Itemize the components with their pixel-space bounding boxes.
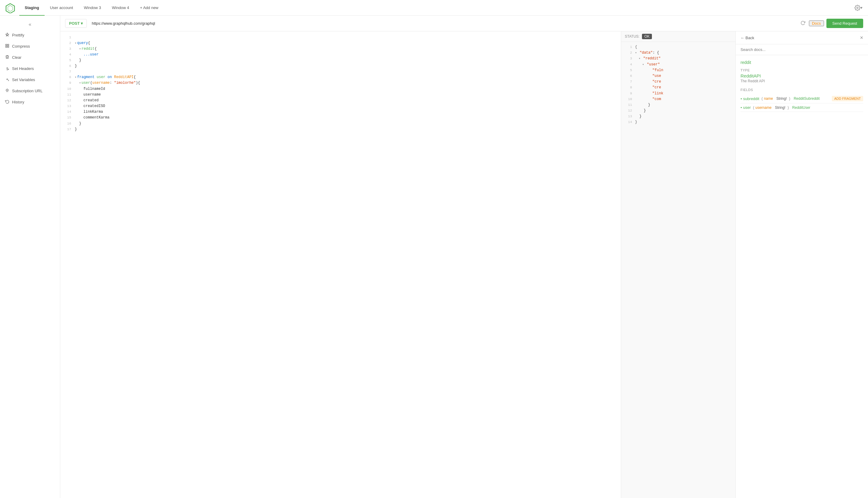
code-line-12: 12 created xyxy=(60,98,621,103)
history-icon xyxy=(5,100,10,105)
collapse-arrow[interactable]: ▾ xyxy=(75,76,77,79)
content-area: POST ▾ Docs Send Request 1 2 xyxy=(60,16,868,498)
docs-back-button[interactable]: ← Back xyxy=(740,36,755,40)
svg-marker-0 xyxy=(6,4,14,13)
sidebar-item-clear-label: Clear xyxy=(12,55,22,60)
docs-type-title[interactable]: RedditAPI xyxy=(740,73,863,78)
status-bar: STATUS: OK xyxy=(621,31,735,42)
docs-field-subreddit: ● subreddit ( name String! ) RedditSubre… xyxy=(740,94,863,103)
collapse-arrow[interactable]: ▾ xyxy=(79,47,81,51)
sidebar: « Prettify Compress Clear Set Headers xyxy=(0,16,60,498)
add-fragment-button[interactable]: ADD FRAGMENT xyxy=(832,96,863,101)
svg-rect-4 xyxy=(8,44,9,45)
code-line-8: 8 ▾fragment user on RedditAPI{ xyxy=(60,75,621,80)
url-bar: POST ▾ Docs Send Request xyxy=(60,16,868,31)
method-label: POST xyxy=(69,21,80,26)
method-button[interactable]: POST ▾ xyxy=(65,19,87,28)
svg-rect-5 xyxy=(6,46,7,47)
sidebar-item-set-headers[interactable]: Set Headers xyxy=(0,63,60,74)
code-line-14: 14 linkKarma xyxy=(60,109,621,115)
svg-point-8 xyxy=(6,79,8,80)
refresh-icon[interactable] xyxy=(799,19,806,28)
clear-icon xyxy=(5,55,10,60)
sidebar-item-set-variables-label: Set Variables xyxy=(12,78,35,82)
response-code: 1{ 2▾ "data": { 3 ▾ "reddit" 4 ▾ "user" … xyxy=(621,42,735,128)
response-panel: STATUS: OK 1{ 2▾ "data": { 3 ▾ "reddit" … xyxy=(621,31,735,498)
collapse-arrow[interactable]: ▾ xyxy=(635,57,640,60)
status-value: OK xyxy=(642,34,652,39)
sidebar-item-set-variables[interactable]: Set Variables xyxy=(0,74,60,85)
nav-tab-window3[interactable]: Window 3 xyxy=(78,0,106,16)
sidebar-item-prettify[interactable]: Prettify xyxy=(0,29,60,41)
settings-icon[interactable]: ▾ xyxy=(854,3,863,13)
code-line-1: 1 xyxy=(60,35,621,40)
docs-field-user: ● user ( username String! ) RedditUser xyxy=(740,103,863,112)
status-label: STATUS: xyxy=(625,34,640,39)
field-return-user[interactable]: RedditUser xyxy=(792,105,811,110)
field-name-user[interactable]: user xyxy=(743,105,751,110)
sidebar-item-set-headers-label: Set Headers xyxy=(12,66,34,71)
set-variables-icon xyxy=(5,77,10,82)
sidebar-item-clear[interactable]: Clear xyxy=(0,52,60,63)
sidebar-item-history[interactable]: History xyxy=(0,96,60,108)
field-dot-icon: ● xyxy=(740,97,742,100)
collapse-arrow[interactable]: ▾ xyxy=(635,63,644,66)
code-line-16: 16 } xyxy=(60,121,621,127)
app-logo[interactable] xyxy=(5,2,16,13)
collapse-arrow[interactable]: ▾ xyxy=(79,81,81,85)
code-line-3: 3 ▾reddit{ xyxy=(60,46,621,52)
field-arg-user: username xyxy=(755,105,771,110)
collapse-arrow[interactable]: ▾ xyxy=(75,42,77,45)
svg-rect-6 xyxy=(8,46,9,47)
svg-rect-3 xyxy=(6,44,7,45)
code-line-4: 4 ...user xyxy=(60,52,621,57)
docs-root-type[interactable]: reddit xyxy=(740,60,863,65)
sidebar-item-history-label: History xyxy=(12,100,24,104)
collapse-arrow[interactable]: ▾ xyxy=(635,51,637,55)
docs-content: reddit TYPE RedditAPI The Reddit API FIE… xyxy=(736,55,868,498)
code-line-9: 9 ▾user(username: "imolorhe"){ xyxy=(60,80,621,86)
field-arg-type-subreddit: String! xyxy=(776,96,787,101)
code-line-5: 5 } xyxy=(60,57,621,63)
field-dot-icon: ● xyxy=(740,106,742,109)
field-arg-subreddit: name xyxy=(764,96,773,101)
sidebar-item-subscription-url[interactable]: Subscription URL xyxy=(0,85,60,96)
code-line-7: 7 xyxy=(60,69,621,75)
code-line-6: 6 } xyxy=(60,63,621,69)
code-line-11: 11 username xyxy=(60,92,621,98)
docs-type-label: TYPE xyxy=(740,68,863,72)
compress-icon xyxy=(5,44,10,49)
code-line-2: 2 ▾query{ xyxy=(60,40,621,46)
field-name-subreddit[interactable]: subreddit xyxy=(743,96,759,101)
prettify-icon xyxy=(5,32,10,38)
code-line-13: 13 createdISO xyxy=(60,103,621,109)
sidebar-item-subscription-url-label: Subscription URL xyxy=(12,89,42,93)
sidebar-item-compress[interactable]: Compress xyxy=(0,41,60,52)
top-nav: Staging User account Window 3 Window 4 +… xyxy=(0,0,868,16)
send-request-button[interactable]: Send Request xyxy=(826,19,863,28)
field-arg-type-user: String! xyxy=(775,105,785,110)
svg-point-7 xyxy=(6,67,8,69)
docs-search-area xyxy=(736,44,868,55)
docs-panel: ← Back × reddit TYPE RedditAPI The Reddi… xyxy=(735,31,868,498)
svg-point-2 xyxy=(856,7,858,9)
docs-header: ← Back × xyxy=(736,31,868,44)
docs-type-desc: The Reddit API xyxy=(740,79,863,83)
docs-fields-label: FIELDS xyxy=(740,88,863,92)
url-input[interactable] xyxy=(89,19,797,27)
docs-button[interactable]: Docs xyxy=(809,21,824,26)
svg-marker-1 xyxy=(8,5,13,11)
docs-close-button[interactable]: × xyxy=(860,35,863,40)
nav-tab-add-new[interactable]: + Add new xyxy=(134,0,164,16)
nav-tab-window4[interactable]: Window 4 xyxy=(106,0,134,16)
sidebar-item-compress-label: Compress xyxy=(12,44,30,49)
method-chevron-icon: ▾ xyxy=(81,21,83,26)
sidebar-collapse-btn[interactable]: « xyxy=(0,19,60,29)
field-return-subreddit[interactable]: RedditSubreddit xyxy=(793,96,819,101)
main-layout: « Prettify Compress Clear Set Headers xyxy=(0,16,868,498)
code-line-10: 10 fullnameId xyxy=(60,86,621,92)
code-editor[interactable]: 1 2 ▾query{ 3 ▾reddit{ 4 ...user xyxy=(60,31,621,498)
docs-search-input[interactable] xyxy=(740,47,863,52)
nav-tab-staging[interactable]: Staging xyxy=(19,0,44,16)
nav-tab-user-account[interactable]: User account xyxy=(44,0,79,16)
